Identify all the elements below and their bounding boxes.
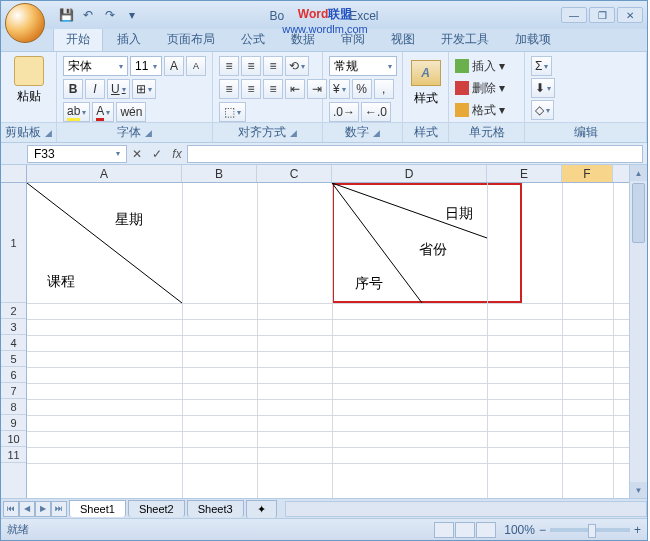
tab-data[interactable]: 数据	[279, 28, 327, 51]
grow-font-button[interactable]: A	[164, 56, 184, 76]
zoom-in-button[interactable]: +	[634, 523, 641, 537]
select-all-corner[interactable]	[1, 165, 27, 183]
page-break-view-button[interactable]	[476, 522, 496, 538]
merge-button[interactable]: ⬚	[219, 102, 246, 122]
close-button[interactable]: ✕	[617, 7, 643, 23]
styles-icon[interactable]: A	[411, 60, 441, 86]
zoom-out-button[interactable]: −	[539, 523, 546, 537]
row-header-6[interactable]: 6	[1, 367, 26, 383]
zoom-slider[interactable]	[550, 528, 630, 532]
next-sheet-icon[interactable]: ▶	[35, 501, 51, 517]
row-header-2[interactable]: 2	[1, 303, 26, 319]
dialog-launcher-icon[interactable]: ◢	[290, 128, 297, 138]
tab-home[interactable]: 开始	[53, 27, 103, 51]
row-header-11[interactable]: 11	[1, 447, 26, 463]
italic-button[interactable]: I	[85, 79, 105, 99]
qat-dropdown-icon[interactable]: ▾	[123, 6, 141, 24]
sheet-tab-3[interactable]: Sheet3	[187, 500, 244, 517]
enter-icon[interactable]: ✓	[148, 145, 166, 163]
shrink-font-button[interactable]: A	[186, 56, 206, 76]
align-middle-button[interactable]: ≡	[241, 56, 261, 76]
formula-bar[interactable]	[187, 145, 643, 163]
tab-layout[interactable]: 页面布局	[155, 28, 227, 51]
align-top-button[interactable]: ≡	[219, 56, 239, 76]
currency-button[interactable]: ¥	[329, 79, 350, 99]
clear-button[interactable]: ◇	[531, 100, 554, 120]
tab-review[interactable]: 审阅	[329, 28, 377, 51]
scroll-up-icon[interactable]: ▲	[630, 165, 647, 181]
row-header-7[interactable]: 7	[1, 383, 26, 399]
align-left-button[interactable]: ≡	[219, 79, 239, 99]
indent-dec-button[interactable]: ⇤	[285, 79, 305, 99]
tab-insert[interactable]: 插入	[105, 28, 153, 51]
delete-cells-button[interactable]: 删除 ▾	[455, 78, 518, 98]
row-header-1[interactable]: 1	[1, 183, 26, 303]
scrollbar-thumb[interactable]	[632, 183, 645, 243]
tab-formula[interactable]: 公式	[229, 28, 277, 51]
col-header-A[interactable]: A	[27, 165, 182, 182]
prev-sheet-icon[interactable]: ◀	[19, 501, 35, 517]
row-header-9[interactable]: 9	[1, 415, 26, 431]
new-sheet-button[interactable]: ✦	[246, 500, 277, 518]
col-header-D[interactable]: D	[332, 165, 487, 182]
paste-button[interactable]: 粘贴	[17, 88, 41, 105]
last-sheet-icon[interactable]: ⏭	[51, 501, 67, 517]
tab-view[interactable]: 视图	[379, 28, 427, 51]
fx-button[interactable]: fx	[168, 145, 186, 163]
first-sheet-icon[interactable]: ⏮	[3, 501, 19, 517]
comma-button[interactable]: ,	[374, 79, 394, 99]
row-header-10[interactable]: 10	[1, 431, 26, 447]
phonetic-button[interactable]: wén	[116, 102, 146, 122]
dialog-launcher-icon[interactable]: ◢	[45, 128, 52, 138]
orientation-button[interactable]: ⟲	[285, 56, 309, 76]
row-header-4[interactable]: 4	[1, 335, 26, 351]
vertical-scrollbar[interactable]: ▲ ▼	[629, 165, 647, 498]
fill-button[interactable]: ⬇	[531, 78, 555, 98]
save-icon[interactable]: 💾	[57, 6, 75, 24]
undo-icon[interactable]: ↶	[79, 6, 97, 24]
cancel-icon[interactable]: ✕	[128, 145, 146, 163]
format-cells-button[interactable]: 格式 ▾	[455, 100, 518, 120]
zoom-level[interactable]: 100%	[504, 523, 535, 537]
sheet-tab-1[interactable]: Sheet1	[69, 500, 126, 517]
autosum-button[interactable]: Σ	[531, 56, 552, 76]
tab-addin[interactable]: 加载项	[503, 28, 563, 51]
name-box[interactable]: F33▾	[27, 145, 127, 163]
office-button[interactable]	[5, 3, 45, 43]
col-header-B[interactable]: B	[182, 165, 257, 182]
scroll-down-icon[interactable]: ▼	[630, 482, 647, 498]
page-layout-view-button[interactable]	[455, 522, 475, 538]
fill-color-button[interactable]: ab	[63, 102, 90, 122]
row-header-3[interactable]: 3	[1, 319, 26, 335]
decrease-decimal-button[interactable]: ←.0	[361, 102, 391, 122]
sheet-tab-2[interactable]: Sheet2	[128, 500, 185, 517]
align-right-button[interactable]: ≡	[263, 79, 283, 99]
styles-button[interactable]: 样式	[414, 90, 438, 107]
font-color-button[interactable]: A	[92, 102, 114, 122]
dialog-launcher-icon[interactable]: ◢	[145, 128, 152, 138]
border-button[interactable]: ⊞	[132, 79, 156, 99]
number-format-combo[interactable]: 常规▾	[329, 56, 397, 76]
increase-decimal-button[interactable]: .0→	[329, 102, 359, 122]
align-center-button[interactable]: ≡	[241, 79, 261, 99]
tab-dev[interactable]: 开发工具	[429, 28, 501, 51]
font-size-combo[interactable]: 11▾	[130, 56, 162, 76]
col-header-E[interactable]: E	[487, 165, 562, 182]
col-header-C[interactable]: C	[257, 165, 332, 182]
redo-icon[interactable]: ↷	[101, 6, 119, 24]
col-header-F[interactable]: F	[562, 165, 613, 182]
bold-button[interactable]: B	[63, 79, 83, 99]
font-name-combo[interactable]: 宋体▾	[63, 56, 128, 76]
align-bottom-button[interactable]: ≡	[263, 56, 283, 76]
percent-button[interactable]: %	[352, 79, 372, 99]
row-header-8[interactable]: 8	[1, 399, 26, 415]
row-header-5[interactable]: 5	[1, 351, 26, 367]
dialog-launcher-icon[interactable]: ◢	[373, 128, 380, 138]
underline-button[interactable]: U	[107, 79, 130, 99]
minimize-button[interactable]: —	[561, 7, 587, 23]
normal-view-button[interactable]	[434, 522, 454, 538]
horizontal-scrollbar[interactable]	[285, 501, 647, 517]
spreadsheet-grid[interactable]: ABCDEF 1234567891011 星期课程日期省份序号 ▲ ▼	[1, 165, 647, 498]
maximize-button[interactable]: ❐	[589, 7, 615, 23]
insert-cells-button[interactable]: 插入 ▾	[455, 56, 518, 76]
